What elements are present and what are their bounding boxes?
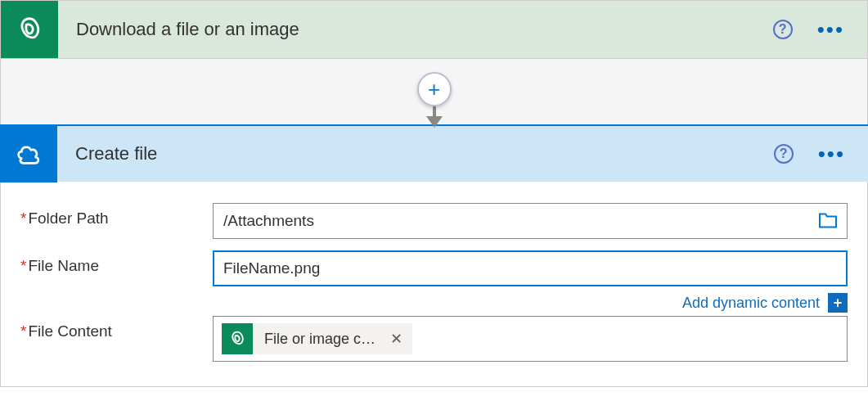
action-download-title: Download a file or an image xyxy=(58,19,773,40)
dataverse-icon xyxy=(222,323,253,354)
connector-area: + xyxy=(0,59,868,124)
add-step-button[interactable]: + xyxy=(417,72,452,106)
row-file-content: *File Content File or image c… ✕ xyxy=(20,316,848,362)
help-icon[interactable]: ? xyxy=(773,20,793,39)
required-star-icon: * xyxy=(20,322,26,340)
action-download-header[interactable]: Download a file or an image ? ••• xyxy=(1,1,867,58)
file-content-token[interactable]: File or image c… ✕ xyxy=(222,323,412,354)
action-download-card: Download a file or an image ? ••• xyxy=(0,0,868,59)
connector-arrow-icon xyxy=(426,116,443,128)
action-createfile-card: Create file ? ••• *Folder Path xyxy=(0,124,868,387)
remove-token-icon[interactable]: ✕ xyxy=(387,330,412,348)
label-file-name: *File Name xyxy=(20,250,213,275)
action-createfile-header[interactable]: Create file ? ••• xyxy=(0,124,868,182)
file-content-field[interactable]: File or image c… ✕ xyxy=(213,316,848,362)
row-file-name: *File Name Add dynamic content + xyxy=(20,250,848,313)
dynamic-content-plus-icon[interactable]: + xyxy=(828,293,848,313)
dataverse-icon xyxy=(1,1,58,58)
onedrive-icon xyxy=(0,125,57,182)
action-createfile-title: Create file xyxy=(57,143,774,164)
required-star-icon: * xyxy=(20,210,26,227)
file-content-token-label: File or image c… xyxy=(253,331,387,348)
folder-path-input[interactable] xyxy=(213,203,848,239)
required-star-icon: * xyxy=(20,257,26,274)
more-menu-icon[interactable]: ••• xyxy=(818,143,845,164)
add-dynamic-content-link[interactable]: Add dynamic content xyxy=(682,295,820,312)
dynamic-content-row: Add dynamic content + xyxy=(213,293,848,313)
more-menu-icon[interactable]: ••• xyxy=(817,19,844,40)
help-icon[interactable]: ? xyxy=(774,144,794,164)
label-file-content: *File Content xyxy=(20,316,213,340)
file-name-input[interactable] xyxy=(213,250,848,286)
folder-picker-icon[interactable] xyxy=(818,211,838,232)
label-folder-path: *Folder Path xyxy=(20,203,213,228)
row-folder-path: *Folder Path xyxy=(20,203,848,239)
action-createfile-body: *Folder Path *File Name xyxy=(0,182,868,387)
